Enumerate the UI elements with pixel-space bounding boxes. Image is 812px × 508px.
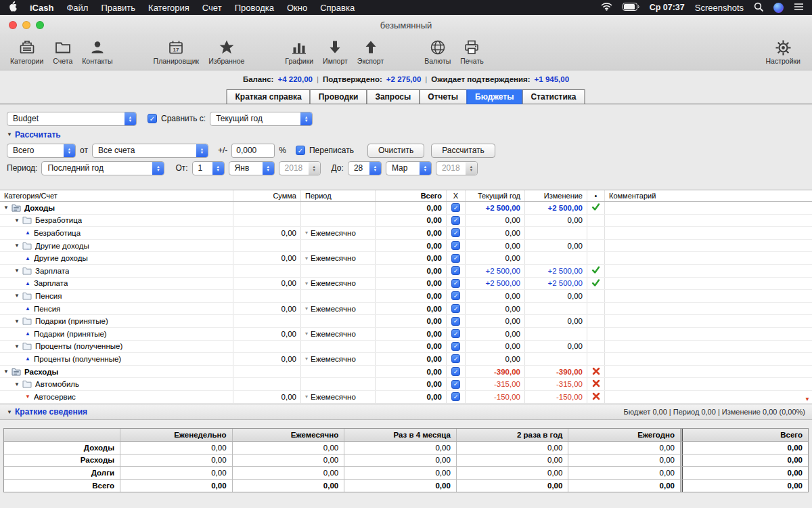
disclosure-triangle-icon[interactable]: ▼ [7, 131, 15, 137]
period-cell[interactable]: ▾Ежемесячно [301, 227, 376, 239]
tab-Краткая справка[interactable]: Краткая справка [227, 89, 311, 104]
column-header[interactable]: Всего [376, 190, 447, 201]
budget-row[interactable]: ▼Безработица0,00✓0,000,00 [0, 215, 812, 228]
row-checkbox-checked[interactable]: ✓ [451, 354, 460, 363]
scope-select[interactable]: Всего ▴▾ [7, 144, 76, 158]
to-day-stepper[interactable]: 28 ▴▾ [348, 161, 382, 175]
toolbar-button-currencies[interactable]: Валюты [420, 37, 455, 66]
sum-cell[interactable]: 0,00 [233, 328, 301, 340]
budget-row[interactable]: ▼Подарки (принятые)0,00✓0,000,00 [0, 315, 812, 328]
overwrite-checkbox[interactable]: ✓ [296, 146, 305, 155]
amount-input[interactable]: 0,000 [231, 144, 275, 158]
from-day-stepper[interactable]: 1 ▴▾ [192, 161, 225, 175]
comment-cell[interactable] [605, 202, 812, 214]
budget-row[interactable]: ▼Доходы0,00✓+2 500,00+2 500,00 [0, 202, 812, 215]
period-cell[interactable] [301, 265, 376, 277]
toolbar-button-import[interactable]: Импорт [318, 37, 353, 66]
sum-cell[interactable]: 0,00 [233, 303, 301, 315]
toolbar-button-print[interactable]: Печать [455, 37, 488, 66]
column-header[interactable]: Категория/Счет [0, 190, 233, 201]
budget-row[interactable]: ▼Зарплата0,00✓+2 500,00+2 500,00 [0, 265, 812, 278]
menubar-item[interactable]: Проводка [235, 3, 274, 13]
column-header[interactable]: Текущий год [466, 190, 525, 201]
zoom-window-button[interactable] [36, 21, 44, 29]
period-select[interactable]: Последний год ▴▾ [41, 161, 164, 175]
column-header[interactable]: • [587, 190, 605, 201]
notification-center-icon[interactable] [794, 3, 804, 13]
tab-Бюджеты[interactable]: Бюджеты [466, 89, 522, 104]
column-header[interactable]: Период [301, 190, 376, 201]
disclosure-triangle-icon[interactable]: ▼ [14, 343, 22, 350]
window-titlebar[interactable]: безымянный [0, 15, 812, 35]
toolbar-button-favorites[interactable]: Избранное [204, 37, 249, 66]
period-cell[interactable] [301, 240, 376, 252]
sum-cell[interactable] [233, 341, 301, 353]
comment-cell[interactable] [605, 378, 812, 390]
summary-section-header[interactable]: ▼ Краткие сведения Бюджет 0,00 | Период … [0, 404, 812, 420]
sum-cell[interactable]: 0,00 [233, 391, 301, 403]
row-checkbox-checked[interactable]: ✓ [451, 304, 460, 313]
calculate-section-header[interactable]: ▼ Рассчитать [7, 128, 805, 141]
sum-cell[interactable]: 0,00 [233, 278, 301, 290]
period-cell[interactable]: ▾Ежемесячно [301, 252, 376, 264]
period-cell[interactable] [301, 290, 376, 302]
period-cell[interactable]: ▾Ежемесячно [301, 353, 376, 365]
row-checkbox-checked[interactable]: ✓ [451, 279, 460, 288]
period-cell[interactable]: ▾Ежемесячно [301, 303, 376, 315]
column-header[interactable]: Комментарий [605, 190, 812, 201]
column-header[interactable]: X [447, 190, 466, 201]
comment-cell[interactable] [605, 366, 812, 378]
sum-cell[interactable] [233, 366, 301, 378]
row-checkbox-checked[interactable]: ✓ [451, 266, 460, 275]
period-cell[interactable] [301, 315, 376, 327]
row-checkbox-checked[interactable]: ✓ [451, 367, 460, 376]
menubar-item[interactable]: Счет [202, 3, 222, 13]
comment-cell[interactable] [605, 391, 812, 403]
budget-row[interactable]: ▲Безработица0,00▾Ежемесячно0,00✓0,00 [0, 227, 812, 240]
sum-cell[interactable] [233, 265, 301, 277]
accounts-select[interactable]: Все счета ▴▾ [92, 144, 208, 158]
budget-row[interactable]: ▼Расходы0,00✓-390,00-390,00 [0, 366, 812, 379]
comment-cell[interactable] [605, 328, 812, 340]
comment-cell[interactable] [605, 227, 812, 239]
tab-Отчеты[interactable]: Отчеты [419, 89, 467, 104]
budget-row[interactable]: ▼Автосервис0,00▾Ежемесячно0,00✓-150,00-1… [0, 391, 812, 404]
period-cell[interactable] [301, 378, 376, 390]
comment-cell[interactable] [605, 353, 812, 365]
sum-cell[interactable] [233, 202, 301, 214]
comment-cell[interactable] [605, 252, 812, 264]
disclosure-triangle-icon[interactable]: ▼ [14, 293, 22, 299]
sum-cell[interactable] [233, 240, 301, 252]
row-checkbox-checked[interactable]: ✓ [451, 342, 460, 351]
to-month-select[interactable]: Мар ▴▾ [386, 161, 432, 175]
row-checkbox-checked[interactable]: ✓ [451, 380, 460, 389]
close-window-button[interactable] [9, 21, 17, 29]
spotlight-search-icon[interactable] [754, 2, 763, 14]
row-checkbox-checked[interactable]: ✓ [451, 329, 460, 338]
period-cell[interactable] [301, 366, 376, 378]
column-header[interactable]: Сумма [233, 190, 301, 201]
toolbar-button-export[interactable]: Экспорт [353, 37, 388, 66]
comment-cell[interactable] [605, 303, 812, 315]
budget-row[interactable]: ▼Другие доходы0,00✓0,000,00 [0, 240, 812, 253]
menubar-app-name[interactable]: iCash [30, 3, 53, 13]
budget-row[interactable]: ▼Автомобиль0,00✓-315,00-315,00 [0, 378, 812, 391]
compare-checkbox[interactable]: ✓ [148, 114, 157, 123]
disclosure-triangle-icon[interactable]: ▼ [7, 409, 15, 415]
toolbar-button-scheduler[interactable]: 17Планировщик [149, 37, 204, 66]
comment-cell[interactable] [605, 265, 812, 277]
sum-cell[interactable] [233, 290, 301, 302]
comment-cell[interactable] [605, 215, 812, 227]
toolbar-button-settings[interactable]: Настройки [761, 37, 806, 66]
budget-row[interactable]: ▲Зарплата0,00▾Ежемесячно0,00✓+2 500,00+2… [0, 278, 812, 291]
toolbar-button-categories[interactable]: Категории [5, 37, 48, 66]
menubar-item[interactable]: Категория [148, 3, 189, 13]
menubar-item[interactable]: Править [101, 3, 135, 13]
disclosure-triangle-icon[interactable]: ▼ [14, 242, 22, 249]
period-cell[interactable]: ▾Ежемесячно [301, 328, 376, 340]
sum-cell[interactable] [233, 215, 301, 227]
column-header[interactable]: Изменение [525, 190, 587, 201]
minimize-window-button[interactable] [22, 21, 30, 29]
budget-row[interactable]: ▲Проценты (полученные)0,00▾Ежемесячно0,0… [0, 353, 812, 366]
siri-icon[interactable] [773, 3, 784, 13]
